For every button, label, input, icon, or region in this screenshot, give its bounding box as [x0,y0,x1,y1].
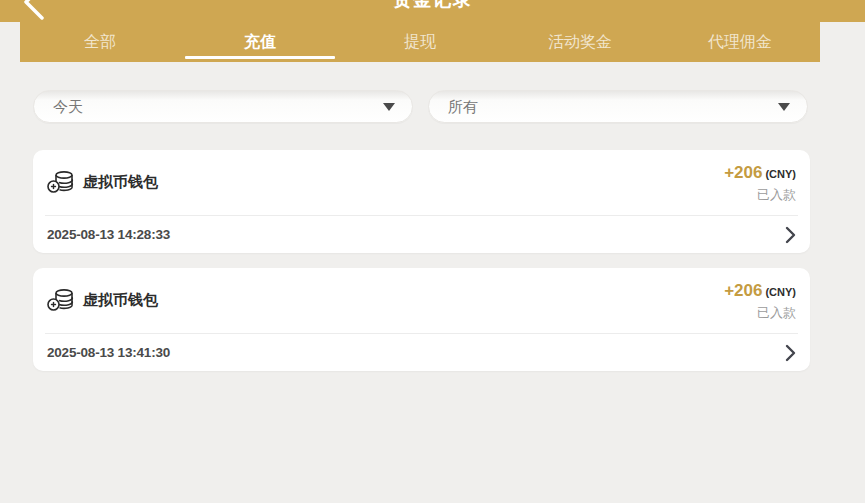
record-card-bottom: 2025-08-13 14:28:33 [47,216,796,253]
coins-plus-icon [47,170,74,195]
tab-recharge[interactable]: 充值 [180,22,340,62]
coins-plus-icon [47,288,74,313]
header-bar: 资金记录 [0,0,865,22]
wallet-name: 虚拟币钱包 [83,291,158,310]
record-timestamp: 2025-08-13 14:28:33 [47,227,170,242]
record-card-top: 虚拟币钱包 +206(CNY) 已入款 [33,268,810,333]
chevron-right-icon[interactable] [785,344,796,362]
tab-activity-bonus[interactable]: 活动奖金 [500,22,660,62]
chevron-right-icon[interactable] [785,226,796,244]
record-card-top: 虚拟币钱包 +206(CNY) 已入款 [33,150,810,215]
tab-activity-bonus-label: 活动奖金 [548,32,612,53]
caret-down-icon [778,103,790,111]
type-filter-select[interactable]: 所有 [428,90,808,123]
date-filter-value: 今天 [53,91,83,122]
tab-withdraw[interactable]: 提现 [340,22,500,62]
record-timestamp: 2025-08-13 13:41:30 [47,345,170,360]
wallet-name: 虚拟币钱包 [83,173,158,192]
tab-agent-commission[interactable]: 代理佣金 [660,22,820,62]
currency-label: (CNY) [765,168,796,180]
currency-label: (CNY) [765,286,796,298]
tab-all[interactable]: 全部 [20,22,180,62]
page-title: 资金记录 [0,0,865,13]
tab-all-label: 全部 [84,32,116,53]
record-card[interactable]: 虚拟币钱包 +206(CNY) 已入款 2025-08-13 14:28:33 [33,150,810,253]
type-filter-value: 所有 [448,91,478,122]
record-card[interactable]: 虚拟币钱包 +206(CNY) 已入款 2025-08-13 13:41:30 [33,268,810,371]
status-label: 已入款 [724,304,796,321]
amount-value: +206 [724,163,762,182]
amount-value: +206 [724,281,762,300]
tab-recharge-label: 充值 [244,32,276,53]
record-card-bottom: 2025-08-13 13:41:30 [47,334,796,371]
tab-withdraw-label: 提现 [404,32,436,53]
date-filter-select[interactable]: 今天 [33,90,413,123]
amount-block: +206(CNY) 已入款 [724,163,796,203]
tab-agent-commission-label: 代理佣金 [708,32,772,53]
tab-bar: 全部 充值 提现 活动奖金 代理佣金 [20,22,820,62]
amount-block: +206(CNY) 已入款 [724,281,796,321]
active-tab-underline [185,56,335,59]
status-label: 已入款 [724,186,796,203]
caret-down-icon [383,103,395,111]
